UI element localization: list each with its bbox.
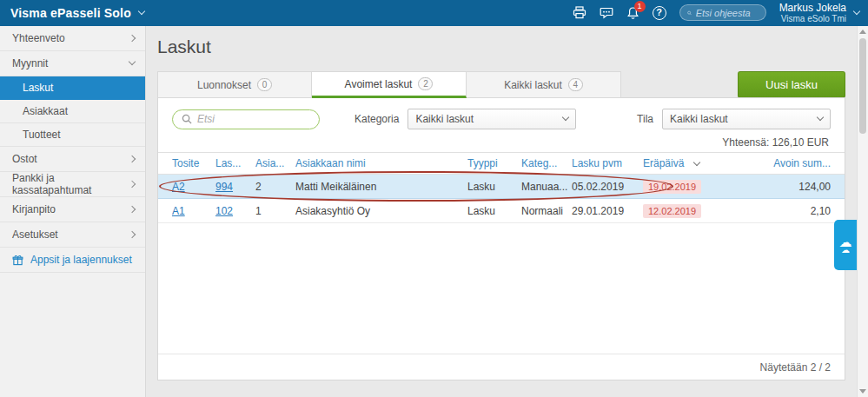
sidebar-item-label: Yhteenveto [12, 32, 65, 44]
header-erapaiva[interactable]: Eräpäivä [643, 157, 735, 169]
sidebar-item-appsit-ja-laajennukset[interactable]: Appsit ja laajennukset [0, 248, 145, 273]
print-button[interactable] [573, 6, 586, 19]
cloud-icon: ☁ [841, 246, 850, 255]
sidebar-item-asetukset[interactable]: Asetukset [0, 222, 145, 248]
sidebar-item-tuotteet[interactable]: Tuotteet [0, 123, 145, 147]
sidebar-item-label: Myynnit [12, 57, 48, 69]
sidebar-item-label: Tuotteet [23, 129, 61, 141]
cell-open-amount: 2,10 [735, 205, 831, 217]
tab-count-badge: 4 [568, 78, 583, 91]
new-invoice-button[interactable]: Uusi lasku [738, 71, 845, 98]
header-lasku-pvm[interactable]: Lasku pvm [572, 157, 643, 169]
cell-customer-number: 2 [255, 181, 295, 193]
status-selected-value: Kaikki laskut [670, 113, 728, 125]
feedback-tab[interactable]: ☁ ☁ [834, 220, 857, 270]
chevron-right-icon [129, 155, 136, 162]
header-tyyppi[interactable]: Tyyppi [467, 157, 521, 169]
cell-due-date: 19.02.2019 [643, 180, 735, 194]
category-label: Kategoria [354, 113, 399, 125]
category-selected-value: Kaikki laskut [415, 113, 474, 125]
tosite-link[interactable]: A2 [172, 181, 185, 193]
header-asiakkaan-nimi[interactable]: Asiakkaan nimi [295, 157, 467, 169]
notifications-button[interactable]: 1 [626, 6, 639, 20]
sidebar-item-laskut[interactable]: Laskut [0, 76, 145, 100]
header-lasku-nro[interactable]: Las... [215, 157, 255, 169]
header-kategoria[interactable]: Kateg... [521, 157, 572, 169]
tab-kaikki-laskut[interactable]: Kaikki laskut 4 [467, 71, 621, 98]
cell-invoice-date: 05.02.2019 [572, 181, 643, 193]
user-menu[interactable]: Markus Jokela Visma eSolo Tmi [779, 2, 859, 24]
tab-count-badge: 2 [418, 77, 433, 90]
sidebar-item-myynnit[interactable]: Myynnit [0, 51, 145, 76]
header-avoin-summa[interactable]: Avoin sum... [735, 157, 831, 169]
sidebar-item-ostot[interactable]: Ostot [0, 147, 145, 172]
table-row[interactable]: A2 994 2 Matti Meikäläinen Lasku Manuaa.… [158, 175, 845, 199]
user-info: Markus Jokela Visma eSolo Tmi [779, 2, 846, 24]
help-search-input[interactable] [696, 8, 759, 18]
table-row[interactable]: A1 102 1 Asiakasyhtiö Oy Lasku Normaali … [158, 199, 845, 223]
search-icon [182, 114, 192, 124]
notification-badge: 1 [634, 1, 646, 12]
cell-customer-name: Matti Meikäläinen [295, 181, 467, 193]
due-date-badge: 19.02.2019 [643, 180, 701, 194]
invoice-number-link[interactable]: 102 [215, 205, 233, 217]
header-tosite[interactable]: Tosite [172, 157, 215, 169]
cell-category: Normaali [521, 205, 572, 217]
sidebar: Yhteenveto Myynnit Laskut Asiakkaat Tuot… [0, 26, 146, 397]
chat-icon [600, 6, 613, 19]
search-icon [687, 8, 692, 18]
cell-tosite: A2 [172, 181, 215, 193]
scrollbar-thumb[interactable] [859, 38, 866, 134]
cell-type: Lasku [467, 205, 521, 217]
vertical-scrollbar[interactable] [857, 26, 868, 397]
topbar-actions: 1 ? Markus Jokela Visma eSolo Tmi [573, 2, 859, 24]
sidebar-item-pankki-ja-kassatapahtumat[interactable]: Pankki ja kassatapahtumat [0, 172, 145, 197]
help-icon: ? [653, 6, 666, 20]
tab-label: Kaikki laskut [504, 79, 562, 91]
sidebar-item-label: Ostot [12, 153, 37, 165]
sidebar-item-label: Appsit ja laajennukset [30, 254, 132, 266]
visma-epasseli-app: Visma ePasseli Solo [0, 0, 868, 397]
table-header: Tosite Las... Asia... Asiakkaan nimi Tyy… [158, 152, 845, 175]
help-search[interactable] [679, 4, 766, 21]
user-name: Markus Jokela [779, 2, 846, 14]
sidebar-item-label: Asetukset [12, 228, 58, 241]
tab-avoimet-laskut[interactable]: Avoimet laskut 2 [312, 71, 467, 98]
cell-customer-number: 1 [255, 205, 295, 217]
invoice-number-link[interactable]: 994 [215, 181, 233, 193]
chat-button[interactable] [600, 6, 613, 19]
invoice-search-input[interactable] [197, 113, 300, 125]
invoice-tabs: Luonnokset 0 Avoimet laskut 2 Kaikki las… [157, 71, 621, 98]
chevron-down-icon [817, 114, 824, 121]
cell-invoice-date: 29.01.2019 [572, 205, 643, 217]
cell-open-amount: 124,00 [735, 181, 831, 193]
status-label: Tila [637, 113, 653, 125]
sort-descending-icon [692, 159, 699, 166]
sidebar-item-label: Asiakkaat [23, 105, 68, 117]
status-select[interactable]: Kaikki laskut [662, 109, 831, 129]
chevron-right-icon [129, 231, 136, 238]
app-title-menu[interactable]: Visma ePasseli Solo [10, 6, 144, 20]
cell-invoice-number: 102 [215, 205, 255, 217]
topbar: Visma ePasseli Solo [0, 0, 868, 26]
tab-label: Luonnokset [197, 79, 251, 91]
scroll-up-arrow[interactable] [859, 30, 866, 34]
category-select[interactable]: Kaikki laskut [407, 109, 576, 129]
sidebar-item-yhteenveto[interactable]: Yhteenveto [0, 26, 145, 51]
sidebar-item-label: Kirjanpito [12, 203, 56, 215]
cell-tosite: A1 [172, 205, 215, 217]
help-button[interactable]: ? [653, 6, 666, 20]
scroll-down-arrow[interactable] [859, 389, 866, 394]
cell-due-date: 12.02.2019 [643, 204, 735, 218]
invoice-search[interactable] [172, 109, 320, 129]
tab-count-badge: 0 [257, 78, 272, 91]
tosite-link[interactable]: A1 [172, 205, 185, 217]
sidebar-item-kirjanpito[interactable]: Kirjanpito [0, 197, 145, 222]
cell-invoice-number: 994 [215, 181, 255, 193]
header-asiakas-nro[interactable]: Asia... [255, 157, 295, 169]
page-title: Laskut [157, 36, 211, 57]
tab-luonnokset[interactable]: Luonnokset 0 [157, 71, 312, 98]
sidebar-item-asiakkaat[interactable]: Asiakkaat [0, 100, 145, 123]
cell-category: Manuaa... [521, 181, 572, 193]
chevron-right-icon [129, 35, 136, 42]
